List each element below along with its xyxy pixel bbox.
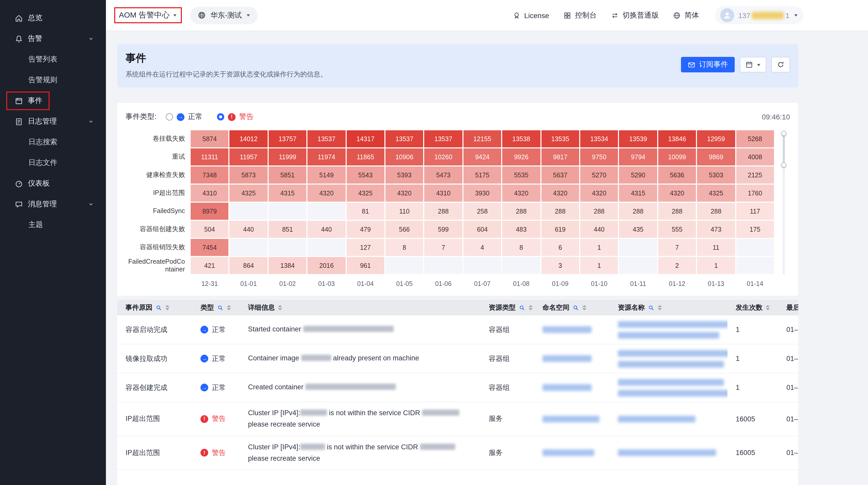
sidebar-item-log-files[interactable]: 日志文件: [0, 152, 106, 173]
column-header-1[interactable]: 事件原因: [117, 303, 192, 312]
sort-icon[interactable]: [582, 305, 586, 310]
heatmap-corner: [126, 275, 190, 293]
heatmap-cell: 1: [696, 256, 736, 275]
redacted-text: [305, 384, 396, 390]
heatmap-cell: 288: [424, 202, 463, 220]
column-header-4[interactable]: 资源类型: [480, 303, 534, 312]
timestamp: 09:46:10: [762, 113, 790, 121]
column-header-8[interactable]: 最后: [778, 303, 798, 312]
language-link[interactable]: 简体: [673, 10, 699, 20]
refresh-button[interactable]: [771, 57, 790, 73]
event-heatmap: 卷挂载失败58741401213757135371431713537135371…: [126, 130, 774, 293]
sidebar-item-alarm-list[interactable]: 告警列表: [0, 49, 106, 70]
sidebar-item-alarm-rules[interactable]: 告警规则: [0, 70, 106, 90]
column-header-2[interactable]: 类型: [192, 303, 240, 312]
namespace-cell[interactable]: [534, 379, 610, 396]
resource-name-cell[interactable]: [610, 345, 727, 373]
heatmap-cell: [736, 238, 774, 256]
search-icon[interactable]: [519, 304, 525, 311]
column-header-7[interactable]: 发生次数: [727, 303, 778, 312]
user-menu[interactable]: 137 1: [715, 6, 803, 24]
heatmap-x-label: 12-31: [190, 275, 229, 293]
slider-range[interactable]: [783, 134, 785, 163]
heatmap-cell: [619, 256, 658, 275]
namespace-cell[interactable]: [534, 445, 610, 461]
heatmap-x-label: 01-11: [619, 275, 658, 293]
search-icon[interactable]: [648, 304, 655, 311]
heatmap-cell: 4315: [619, 184, 658, 202]
sort-icon[interactable]: [165, 305, 169, 310]
switch-edition-link[interactable]: 切换普通版: [611, 10, 659, 20]
namespace-cell[interactable]: [534, 350, 610, 367]
username-prefix: 137: [738, 11, 750, 19]
event-type-option-warning[interactable]: !警告: [217, 112, 254, 121]
search-icon[interactable]: [572, 304, 579, 311]
heatmap-cell: 5303: [696, 166, 736, 184]
resource-name-cell[interactable]: [610, 374, 727, 401]
sidebar-item-message-management[interactable]: 消息管理: [0, 194, 106, 215]
event-type-option-normal[interactable]: →正常: [166, 112, 203, 121]
heatmap-cell: [619, 238, 658, 256]
heatmap-row-label: 容器组销毁失败: [126, 238, 190, 256]
sidebar-item-log-management[interactable]: 日志管理: [0, 111, 106, 132]
radio-unchecked[interactable]: [166, 113, 173, 120]
heatmap-cell: 9869: [696, 148, 736, 166]
subscribe-events-button[interactable]: 订阅事件: [681, 57, 735, 73]
heatmap-cell: 5393: [385, 166, 424, 184]
namespace-cell[interactable]: [534, 321, 610, 338]
detail-text: is not within the service CIDR: [327, 409, 422, 417]
resource-name-cell[interactable]: [610, 410, 727, 428]
app-switcher[interactable]: AOM 告警中心: [114, 7, 182, 23]
page-actions: 订阅事件: [681, 57, 790, 73]
heatmap-cell: 2: [658, 256, 697, 275]
resource-name-cell[interactable]: [610, 445, 727, 461]
heatmap-row-label: 重试: [126, 148, 190, 166]
table-row[interactable]: IP超出范围!警告Cluster IP [IPv4]: is not withi…: [117, 436, 798, 470]
slider-handle-bottom[interactable]: [781, 162, 786, 168]
heatmap-cell: 13537: [307, 130, 346, 148]
search-icon[interactable]: [156, 304, 162, 311]
table-row[interactable]: 镜像拉取成功→正常Container image already present…: [117, 344, 798, 373]
radio-checked[interactable]: [217, 113, 224, 120]
sort-icon[interactable]: [227, 305, 231, 310]
date-range-button[interactable]: [740, 57, 766, 73]
redacted-namespace: [542, 384, 592, 391]
sidebar-item-topics[interactable]: 主题: [0, 215, 106, 235]
sort-icon[interactable]: [766, 305, 770, 310]
column-header-3[interactable]: 详细信息: [240, 303, 480, 312]
redacted-text: [303, 326, 394, 332]
column-header-6[interactable]: 资源名称: [610, 303, 727, 312]
license-link[interactable]: License: [512, 11, 549, 19]
heatmap-cell: 11311: [190, 148, 229, 166]
heatmap-cell: 1: [580, 238, 619, 256]
console-link[interactable]: 控制台: [563, 10, 597, 20]
table-row[interactable]: IP超出范围!警告Cluster IP [IPv4]: is not withi…: [117, 402, 798, 436]
region-selector[interactable]: 华东-测试: [190, 6, 258, 24]
sort-icon[interactable]: [658, 305, 662, 310]
namespace-cell[interactable]: [534, 410, 610, 428]
column-header-5[interactable]: 命名空间: [534, 303, 610, 312]
heatmap-zoom-slider[interactable]: [781, 130, 786, 275]
sidebar-item-log-search[interactable]: 日志搜索: [0, 132, 106, 152]
warning-status-icon: !: [200, 449, 208, 457]
heatmap-cell: 13537: [424, 130, 463, 148]
region-label: 华东-测试: [211, 10, 242, 20]
topbar: AOM 告警中心 华东-测试 License 控制台: [106, 0, 868, 31]
table-row[interactable]: 容器启动完成→正常Started container 容器组101–: [117, 315, 798, 344]
sort-icon[interactable]: [278, 305, 282, 310]
sidebar-item-events[interactable]: 事件: [0, 90, 106, 111]
detail-text: please recreate service: [248, 455, 320, 462]
sidebar-item-overview[interactable]: 总览: [0, 8, 106, 28]
redacted-resource-name: [618, 416, 695, 423]
search-icon[interactable]: [217, 304, 224, 311]
sidebar-item-alarm[interactable]: 告警: [0, 28, 106, 49]
sidebar-item-dashboard[interactable]: 仪表板: [0, 173, 106, 194]
sort-icon[interactable]: [529, 305, 533, 310]
slider-handle-top[interactable]: [781, 131, 786, 136]
table-row[interactable]: 容器创建完成→正常Created container 容器组101–: [117, 373, 798, 402]
heatmap-cell: 288: [580, 202, 619, 220]
heatmap-x-label: 01-08: [502, 275, 541, 293]
resource-name-cell[interactable]: [610, 316, 727, 344]
heatmap-cell: 81: [346, 202, 385, 220]
heatmap-wrapper: 卷挂载失败58741401213757135371431713537135371…: [126, 130, 790, 293]
